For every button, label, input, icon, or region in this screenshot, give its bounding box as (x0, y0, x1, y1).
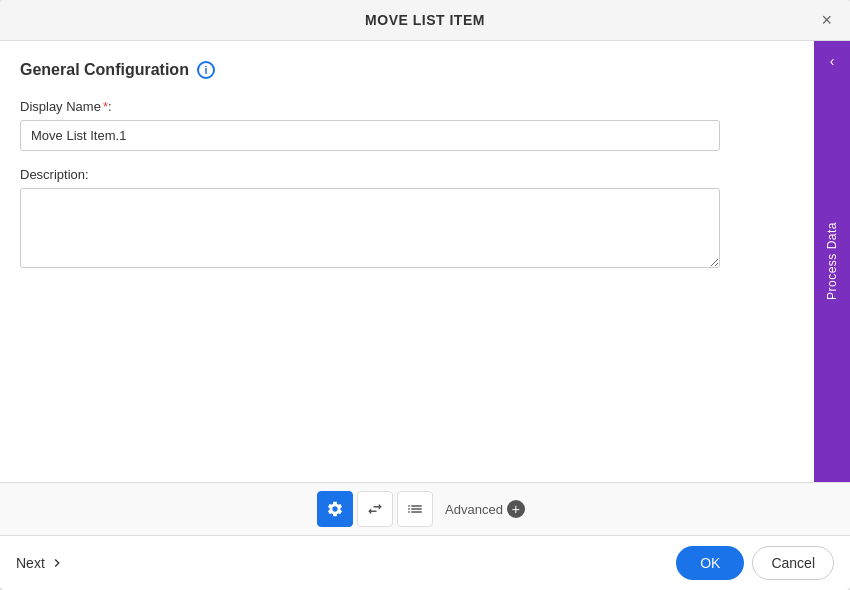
display-name-label: Display Name*: (20, 99, 830, 114)
panel-arrow-icon: ‹ (830, 53, 835, 69)
modal-body: General Configuration i Display Name*: D… (0, 41, 850, 482)
advanced-plus-icon: + (507, 500, 525, 518)
modal: MOVE LIST ITEM × General Configuration i… (0, 0, 850, 590)
section-title: General Configuration i (20, 61, 830, 79)
close-button[interactable]: × (817, 9, 836, 31)
list-check-icon (406, 500, 424, 518)
footer-actions: OK Cancel (676, 546, 834, 580)
display-name-group: Display Name*: (20, 99, 830, 151)
required-star: * (103, 99, 108, 114)
process-data-panel[interactable]: ‹ Process Data (814, 41, 850, 482)
section-title-text: General Configuration (20, 61, 189, 79)
advanced-button[interactable]: Advanced + (437, 496, 533, 522)
description-label: Description: (20, 167, 830, 182)
description-group: Description: (20, 167, 830, 272)
modal-footer: Next OK Cancel (0, 535, 850, 590)
chevron-right-icon (49, 555, 65, 571)
next-label: Next (16, 555, 45, 571)
display-name-input[interactable] (20, 120, 720, 151)
flow-arrow-icon (366, 500, 384, 518)
toolbar-gear-button[interactable] (317, 491, 353, 527)
advanced-label: Advanced (445, 502, 503, 517)
description-textarea[interactable] (20, 188, 720, 268)
toolbar: Advanced + (0, 482, 850, 535)
info-icon[interactable]: i (197, 61, 215, 79)
cancel-button[interactable]: Cancel (752, 546, 834, 580)
next-button[interactable]: Next (16, 555, 65, 571)
toolbar-list-button[interactable] (397, 491, 433, 527)
ok-button[interactable]: OK (676, 546, 744, 580)
modal-header: MOVE LIST ITEM × (0, 0, 850, 41)
panel-label: Process Data (825, 222, 839, 300)
modal-title: MOVE LIST ITEM (365, 12, 485, 28)
toolbar-flow-button[interactable] (357, 491, 393, 527)
gear-icon (326, 500, 344, 518)
